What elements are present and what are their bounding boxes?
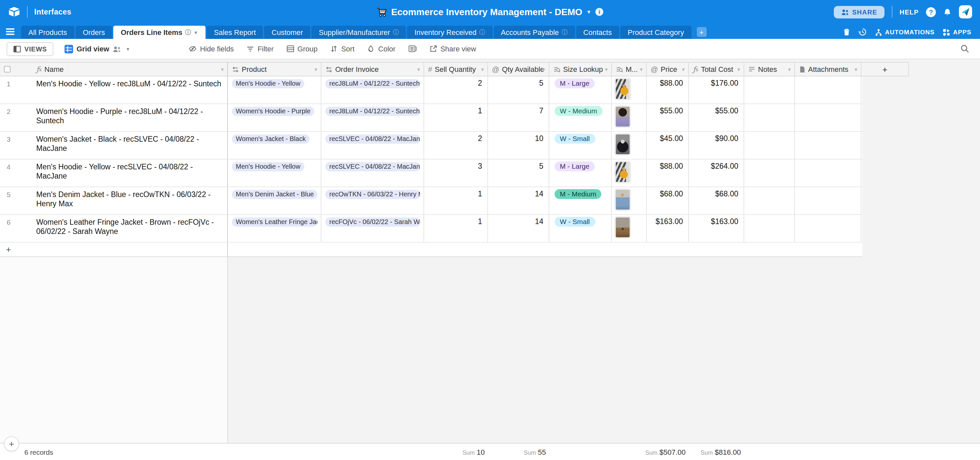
tab-all-products[interactable]: All Products	[21, 26, 74, 39]
column-caret-icon[interactable]: ▼	[639, 67, 643, 72]
notes-cell[interactable]	[744, 187, 795, 214]
sort-button[interactable]: Sort	[330, 45, 354, 53]
order-invoice-cell[interactable]: recOwTKN - 06/03/22 - Henry Max	[321, 187, 424, 214]
linked-record-pill[interactable]: recSLVEC - 04/08/22 - MacJane	[325, 162, 420, 171]
linked-record-pill[interactable]: recSLVEC - 04/08/22 - MacJane	[325, 134, 420, 144]
add-table-button[interactable]: +	[697, 27, 706, 37]
hide-fields-button[interactable]: Hide fields	[188, 45, 234, 53]
name-cell[interactable]: Men's Hoodie - Yellow - recJ8LuM - 04/12…	[17, 77, 228, 104]
add-record-button[interactable]: +	[4, 436, 19, 452]
row-number[interactable]: 6	[0, 215, 17, 242]
qty-available-cell[interactable]: 14	[488, 187, 549, 214]
price-cell[interactable]: $68.00	[647, 187, 689, 214]
column-caret-icon[interactable]: ▼	[736, 67, 741, 72]
tab-supplier-manufacturer[interactable]: Supplier/Manufacturerⓘ	[312, 26, 406, 39]
tab-contacts[interactable]: Contacts	[576, 26, 619, 39]
user-avatar[interactable]	[959, 5, 972, 18]
column-header-size-lookup[interactable]: Size Lookup▼	[549, 62, 612, 76]
sell-quantity-cell[interactable]: 2	[424, 77, 488, 104]
attachments-cell[interactable]	[795, 187, 861, 214]
attachments-cell[interactable]	[795, 215, 861, 242]
notes-cell[interactable]	[744, 104, 795, 131]
name-cell[interactable]: Women's Jacket - Black - recSLVEC - 04/0…	[17, 132, 228, 159]
attachments-cell[interactable]	[795, 132, 861, 159]
row-number[interactable]: 1	[0, 77, 17, 104]
price-cell[interactable]: $163.00	[647, 215, 689, 242]
column-caret-icon[interactable]: ▼	[416, 67, 421, 72]
sell-quantity-cell[interactable]: 2	[424, 132, 488, 159]
size-lookup-cell[interactable]: M - Large	[549, 77, 612, 104]
column-header-product[interactable]: Product▼	[228, 62, 321, 76]
row-number[interactable]: 3	[0, 132, 17, 159]
views-button[interactable]: VIEWS	[6, 42, 53, 56]
linked-record-pill[interactable]: recFOjVc - 06/02/22 - Sarah Wayne	[325, 217, 420, 227]
order-invoice-cell[interactable]: recJ8LuM - 04/12/22 - Suntech	[321, 104, 424, 131]
column-caret-icon[interactable]: ▼	[854, 67, 858, 72]
view-switcher[interactable]: Grid view ▼	[65, 45, 130, 53]
total-cost-cell[interactable]: $55.00	[689, 104, 744, 131]
tab-caret-icon[interactable]: ▼	[194, 30, 198, 35]
select-all-cell[interactable]	[0, 62, 17, 76]
main-image-cell[interactable]	[612, 160, 647, 187]
column-header-price[interactable]: @ Price▼	[647, 62, 689, 76]
row-height-button[interactable]	[408, 45, 417, 53]
sum-sell-quantity[interactable]: Sum10	[462, 448, 485, 456]
share-button[interactable]: SHARE	[834, 6, 885, 18]
linked-record-pill[interactable]: recJ8LuM - 04/12/22 - Suntech	[325, 107, 420, 116]
notifications-bell-icon[interactable]	[943, 8, 952, 16]
main-image-cell[interactable]	[612, 187, 647, 214]
qty-available-cell[interactable]: 10	[488, 132, 549, 159]
total-cost-cell[interactable]: $264.00	[689, 160, 744, 187]
tab-product-category[interactable]: Product Category	[620, 26, 691, 39]
column-header-qty-available[interactable]: @ Qty Available▼	[488, 62, 549, 76]
product-photo-thumbnail[interactable]	[614, 188, 631, 211]
table-row[interactable]: 4 Men's Hoodie - Yellow - recSLVEC - 04/…	[0, 160, 862, 187]
qty-available-cell[interactable]: 5	[488, 160, 549, 187]
main-image-cell[interactable]	[612, 77, 647, 104]
select-all-checkbox[interactable]	[4, 66, 11, 72]
product-cell[interactable]: Men's Denim Jacket - Blue	[228, 187, 321, 214]
attachments-cell[interactable]	[795, 104, 861, 131]
column-header-notes[interactable]: Notes▼	[744, 62, 795, 76]
sell-quantity-cell[interactable]: 1	[424, 187, 488, 214]
product-photo-thumbnail[interactable]	[614, 105, 631, 128]
product-cell[interactable]: Women's Jacket - Black	[228, 132, 321, 159]
row-number[interactable]: 4	[0, 160, 17, 187]
size-lookup-cell[interactable]: W - Small	[549, 132, 612, 159]
total-cost-cell[interactable]: $176.00	[689, 77, 744, 104]
name-cell[interactable]: Women's Leather Fringe Jacket - Brown - …	[17, 215, 228, 242]
sum-price[interactable]: Sum$507.00	[645, 448, 686, 456]
notes-cell[interactable]	[744, 77, 795, 104]
linked-record-pill[interactable]: Women's Hoodie - Purple	[232, 107, 315, 116]
total-cost-cell[interactable]: $90.00	[689, 132, 744, 159]
order-invoice-cell[interactable]: recSLVEC - 04/08/22 - MacJane	[321, 160, 424, 187]
column-caret-icon[interactable]: ▼	[604, 67, 609, 72]
price-cell[interactable]: $55.00	[647, 104, 689, 131]
tab-sales-report[interactable]: Sales Report	[207, 26, 263, 39]
title-caret-icon[interactable]: ▼	[586, 9, 592, 15]
column-caret-icon[interactable]: ▼	[480, 67, 485, 72]
column-header-sell-quantity[interactable]: # Sell Quantity▼	[424, 62, 488, 76]
linked-record-pill[interactable]: recJ8LuM - 04/12/22 - Suntech	[325, 79, 420, 88]
row-number[interactable]: 5	[0, 187, 17, 214]
table-row[interactable]: 3 Women's Jacket - Black - recSLVEC - 04…	[0, 132, 862, 160]
tab-inventory-received[interactable]: Inventory Receivedⓘ	[407, 26, 492, 39]
color-button[interactable]: Color	[367, 45, 396, 53]
sell-quantity-cell[interactable]: 1	[424, 104, 488, 131]
airtable-logo-icon[interactable]	[8, 6, 21, 17]
size-lookup-cell[interactable]: M - Medium	[549, 187, 612, 214]
notes-cell[interactable]	[744, 215, 795, 242]
tab-customer[interactable]: Customer	[264, 26, 310, 39]
notes-cell[interactable]	[744, 160, 795, 187]
main-image-cell[interactable]	[612, 215, 647, 242]
attachments-cell[interactable]	[795, 160, 861, 187]
sell-quantity-cell[interactable]: 3	[424, 160, 488, 187]
help-question-icon[interactable]: ?	[926, 7, 936, 17]
linked-record-pill[interactable]: Women's Jacket - Black	[232, 134, 310, 144]
qty-available-cell[interactable]: 7	[488, 104, 549, 131]
product-cell[interactable]: Women's Hoodie - Purple	[228, 104, 321, 131]
notes-cell[interactable]	[744, 132, 795, 159]
base-title[interactable]: Ecommerce Inventory Management - DEMO	[391, 6, 582, 17]
table-row[interactable]: 1 Men's Hoodie - Yellow - recJ8LuM - 04/…	[0, 77, 862, 104]
price-cell[interactable]: $88.00	[647, 77, 689, 104]
